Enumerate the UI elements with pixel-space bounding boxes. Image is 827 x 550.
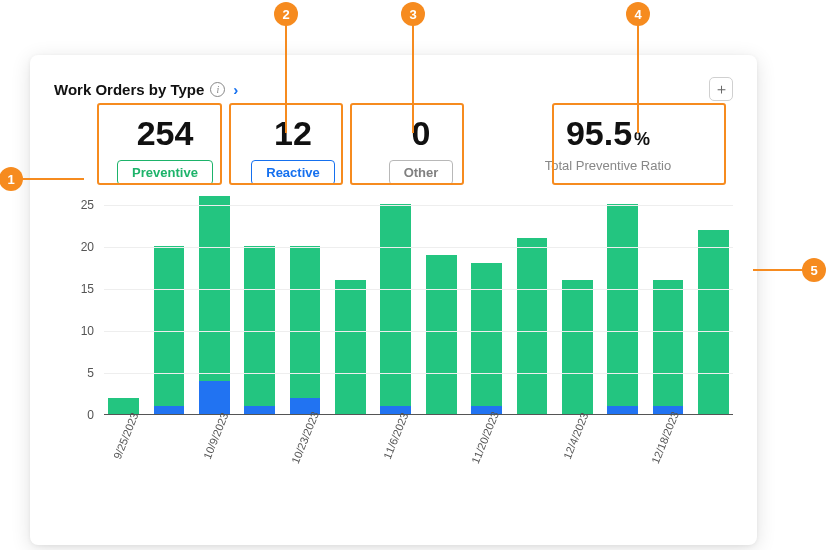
x-slot bbox=[418, 421, 463, 481]
bar-segment-preventive bbox=[199, 196, 230, 381]
stat-label: Reactive bbox=[251, 160, 334, 185]
y-tick: 10 bbox=[54, 324, 94, 338]
bar-segment-preventive bbox=[517, 238, 548, 414]
x-slot bbox=[239, 421, 284, 481]
bar[interactable] bbox=[422, 205, 461, 414]
callout-line bbox=[637, 25, 639, 133]
callout-marker: 5 bbox=[802, 258, 826, 282]
x-slot bbox=[149, 421, 194, 481]
bar-segment-preventive bbox=[380, 204, 411, 406]
ratio-label: Total Preventive Ratio bbox=[545, 158, 671, 173]
bar[interactable] bbox=[104, 205, 143, 414]
bar[interactable] bbox=[376, 205, 415, 414]
widget-card: Work Orders by Type i › ＋ 254 Preventive… bbox=[30, 55, 757, 545]
bar[interactable] bbox=[149, 205, 188, 414]
bar[interactable] bbox=[331, 205, 370, 414]
bar[interactable] bbox=[603, 205, 642, 414]
bar-segment-preventive bbox=[154, 246, 185, 406]
stat-label: Other bbox=[389, 160, 454, 185]
bar-segment-preventive bbox=[698, 230, 729, 415]
stat-value: 12 bbox=[274, 115, 312, 152]
bar-segment-preventive bbox=[290, 246, 321, 397]
stat-label: Preventive bbox=[117, 160, 213, 185]
x-slot bbox=[598, 421, 643, 481]
grid-line bbox=[104, 289, 733, 290]
bar-segment-preventive bbox=[653, 280, 684, 406]
callout-marker: 3 bbox=[401, 2, 425, 26]
plot-area bbox=[104, 205, 733, 415]
bar[interactable] bbox=[195, 205, 234, 414]
x-slot bbox=[508, 421, 553, 481]
bar-segment-reactive bbox=[199, 381, 230, 415]
bar[interactable] bbox=[467, 205, 506, 414]
stat-preventive[interactable]: 254 Preventive bbox=[110, 115, 220, 185]
y-tick: 5 bbox=[54, 366, 94, 380]
y-tick: 15 bbox=[54, 282, 94, 296]
callout-line bbox=[22, 178, 84, 180]
bar-segment-preventive bbox=[244, 246, 275, 406]
stat-ratio: 95.5% Total Preventive Ratio bbox=[528, 115, 688, 185]
callout-marker: 4 bbox=[626, 2, 650, 26]
x-tick-label: 12/4/2023 bbox=[561, 411, 590, 461]
x-slot: 11/20/2023 bbox=[463, 421, 508, 481]
y-axis: 0510152025 bbox=[54, 205, 100, 415]
x-slot: 9/25/2023 bbox=[104, 421, 149, 481]
bar-segment-reactive bbox=[154, 406, 185, 414]
y-tick: 20 bbox=[54, 240, 94, 254]
grid-line bbox=[104, 331, 733, 332]
x-tick-label: 9/25/2023 bbox=[111, 411, 140, 461]
bar-segment-reactive bbox=[244, 406, 275, 414]
stats-row: 254 Preventive 12 Reactive 0 Other 95.5%… bbox=[54, 115, 733, 185]
bar[interactable] bbox=[648, 205, 687, 414]
x-tick-label: 10/23/2023 bbox=[289, 410, 321, 466]
x-tick-label: 12/18/2023 bbox=[649, 410, 681, 466]
grid-line bbox=[104, 205, 733, 206]
info-icon[interactable]: i bbox=[210, 82, 225, 97]
header: Work Orders by Type i › ＋ bbox=[54, 77, 733, 101]
bar[interactable] bbox=[240, 205, 279, 414]
y-tick: 0 bbox=[54, 408, 94, 422]
bar-segment-preventive bbox=[335, 280, 366, 414]
callout-line bbox=[753, 269, 803, 271]
bar-segment-preventive bbox=[607, 204, 638, 406]
grid-line bbox=[104, 247, 733, 248]
title-row: Work Orders by Type i › bbox=[54, 81, 238, 98]
y-tick: 25 bbox=[54, 198, 94, 212]
x-axis: 9/25/202310/9/202310/23/202311/6/202311/… bbox=[104, 421, 733, 481]
bar-segment-preventive bbox=[562, 280, 593, 414]
x-tick-label: 11/6/2023 bbox=[381, 411, 410, 461]
bar[interactable] bbox=[512, 205, 551, 414]
bar-segment-reactive bbox=[607, 406, 638, 414]
bar-segment-preventive bbox=[471, 263, 502, 406]
stat-value: 254 bbox=[137, 115, 194, 152]
add-button[interactable]: ＋ bbox=[709, 77, 733, 101]
stat-reactive[interactable]: 12 Reactive bbox=[238, 115, 348, 185]
callout-marker: 1 bbox=[0, 167, 23, 191]
callout-line bbox=[285, 25, 287, 133]
x-tick-label: 10/9/2023 bbox=[201, 411, 230, 461]
stat-other[interactable]: 0 Other bbox=[366, 115, 476, 185]
bars-container bbox=[104, 205, 733, 414]
x-slot: 10/23/2023 bbox=[284, 421, 329, 481]
x-slot: 10/9/2023 bbox=[194, 421, 239, 481]
chart: 0510152025 9/25/202310/9/202310/23/20231… bbox=[54, 205, 733, 485]
x-slot: 12/18/2023 bbox=[643, 421, 688, 481]
widget-title: Work Orders by Type bbox=[54, 81, 204, 98]
callout-line bbox=[412, 25, 414, 133]
x-slot: 11/6/2023 bbox=[374, 421, 419, 481]
x-slot bbox=[329, 421, 374, 481]
bar[interactable] bbox=[558, 205, 597, 414]
bar[interactable] bbox=[285, 205, 324, 414]
x-slot: 12/4/2023 bbox=[553, 421, 598, 481]
x-tick-label: 11/20/2023 bbox=[469, 410, 501, 466]
x-slot bbox=[688, 421, 733, 481]
chevron-right-icon[interactable]: › bbox=[233, 81, 238, 98]
stat-value: 0 bbox=[412, 115, 431, 152]
bar-segment-preventive bbox=[426, 255, 457, 415]
bar[interactable] bbox=[694, 205, 733, 414]
bar-segment-preventive bbox=[108, 398, 139, 415]
grid-line bbox=[104, 373, 733, 374]
callout-marker: 2 bbox=[274, 2, 298, 26]
